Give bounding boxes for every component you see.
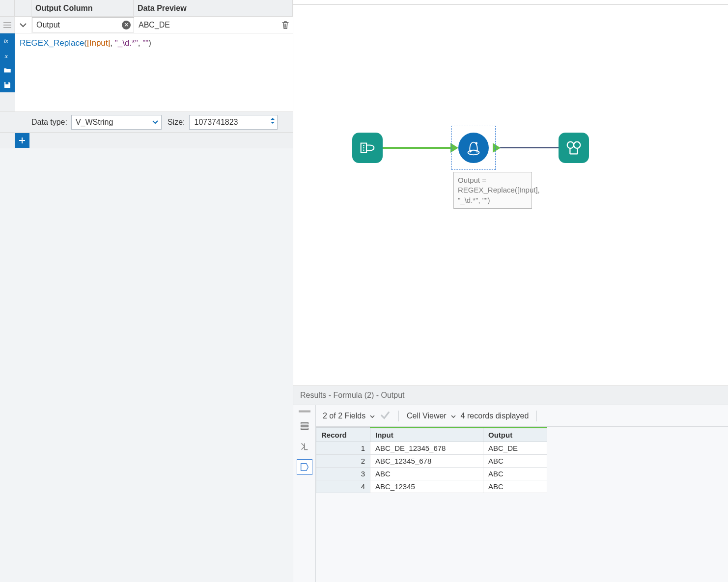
config-header: Output Column Data Preview [0, 0, 293, 17]
svg-point-4 [363, 150, 364, 151]
col-record[interactable]: Record [316, 428, 370, 442]
expression-editor[interactable]: REGEX_Replace([Input], "_\d.*", "") [15, 33, 293, 111]
data-type-row: Data type: V_WString Size: 1073741823 [0, 112, 293, 133]
svg-rect-11 [301, 423, 308, 424]
svg-rect-13 [301, 428, 308, 430]
expression-toolbar: fx x [0, 33, 15, 111]
save-expression-button[interactable] [0, 78, 15, 92]
results-title: Results - Formula (2) - Output [293, 386, 728, 405]
fx-functions-button[interactable]: fx [0, 33, 15, 48]
cell-viewer-dropdown[interactable]: Cell Viewer [407, 412, 456, 420]
expr-field: [Input] [87, 38, 110, 48]
browse-tool[interactable] [559, 133, 589, 163]
svg-point-2 [363, 145, 364, 146]
results-toolbar: 2 of 2 Fields Cell Viewer 4 records disp… [316, 405, 728, 427]
table-row: 4 ABC_12345 ABC [316, 480, 547, 493]
table-row: 1 ABC_DE_12345_678 ABC_DE [316, 442, 547, 455]
results-panel: Results - Formula (2) - Output [293, 386, 728, 582]
text-input-tool[interactable] [352, 133, 383, 163]
data-view-button[interactable] [297, 459, 312, 475]
row-grip-icon[interactable] [0, 17, 15, 33]
x-variables-button[interactable]: x [0, 48, 15, 63]
data-type-value: V_WString [76, 118, 113, 127]
svg-text:x: x [4, 52, 8, 59]
svg-point-6 [475, 142, 477, 144]
rail-grip-icon[interactable] [299, 410, 310, 413]
expression-block: fx x REGEX_Replace([Input], "_\d.*", "") [0, 33, 293, 112]
clear-output-column-icon[interactable]: ✕ [122, 21, 131, 29]
collapse-toggle[interactable] [15, 17, 31, 33]
data-type-label: Data type: [31, 118, 67, 127]
svg-point-9 [567, 142, 574, 148]
delete-expression-button[interactable] [278, 17, 293, 33]
expr-arg1: "_\d.*" [115, 38, 138, 48]
output-column-value: Output [32, 21, 64, 29]
size-label: Size: [168, 118, 185, 127]
workflow-canvas[interactable]: Output = REGEX_Replace([Input], "_\d.*",… [293, 0, 728, 386]
header-data-preview: Data Preview [134, 0, 293, 16]
size-value: 1073741823 [195, 118, 238, 127]
results-grid[interactable]: Record Input Output 1 ABC_DE_12345_678 A… [316, 427, 547, 493]
svg-point-7 [470, 151, 472, 152]
formula-tool[interactable] [458, 133, 489, 163]
metadata-view-button[interactable] [297, 439, 312, 454]
col-input[interactable]: Input [370, 428, 483, 442]
tool-annotation: Output = REGEX_Replace([Input], "_\d.*",… [453, 172, 532, 209]
data-preview-value: ABC_DE [135, 17, 278, 33]
records-displayed-text: 4 records displayed [461, 412, 529, 420]
header-output-column: Output Column [31, 0, 134, 16]
size-input[interactable]: 1073741823 [189, 115, 278, 130]
spinner-arrows-icon[interactable] [270, 117, 275, 125]
expression-row: Output ✕ ABC_DE [0, 17, 293, 33]
svg-point-8 [475, 150, 476, 151]
output-column-input[interactable]: Output ✕ [32, 17, 134, 32]
table-row: 2 ABC_12345_678 ABC [316, 455, 547, 468]
col-output[interactable]: Output [483, 428, 547, 442]
svg-text:fx: fx [4, 38, 8, 44]
fields-dropdown[interactable]: 2 of 2 Fields [323, 412, 375, 420]
open-folder-button[interactable] [0, 63, 15, 78]
expr-func: REGEX_Replace [20, 38, 84, 48]
svg-point-10 [574, 142, 580, 148]
expr-arg2: "" [142, 38, 148, 48]
add-expression-button[interactable] [15, 133, 29, 148]
results-rail [293, 405, 316, 582]
messages-view-button[interactable] [297, 418, 312, 434]
svg-point-3 [363, 147, 364, 148]
apply-check-icon[interactable] [380, 410, 391, 422]
svg-rect-12 [301, 425, 308, 427]
data-type-select[interactable]: V_WString [71, 115, 162, 130]
chevron-down-icon [152, 120, 158, 124]
table-row: 3 ABC ABC [316, 468, 547, 480]
formula-config-panel: Output Column Data Preview Output ✕ ABC_… [0, 0, 293, 582]
